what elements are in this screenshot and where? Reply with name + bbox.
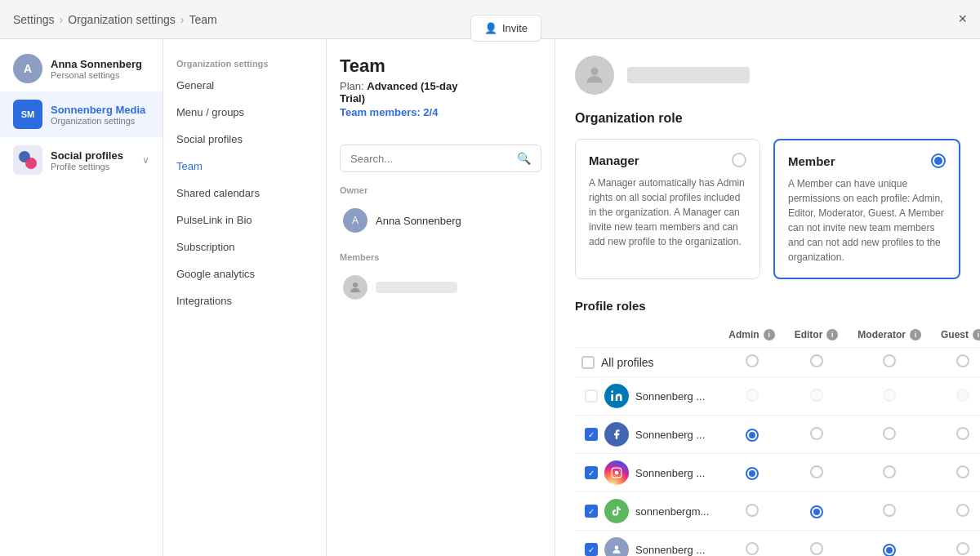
account-item-sonnenberg[interactable]: SM Sonnenberg Media Organization setting… <box>0 91 163 137</box>
p4-moderator-radio[interactable] <box>883 504 896 517</box>
team-plan: Plan: Advanced (15-day Trial) <box>340 80 470 105</box>
p4-guest-radio[interactable] <box>956 504 969 517</box>
breadcrumb-sep-2: › <box>180 13 185 26</box>
members-max: 4 <box>432 106 438 118</box>
team-title: Team <box>340 56 470 77</box>
p3-guest-radio[interactable] <box>956 465 969 478</box>
account-item-anna[interactable]: A Anna Sonnenberg Personal settings <box>0 46 163 91</box>
search-icon: 🔍 <box>517 152 531 165</box>
role-cards: Manager A Manager automatically has Admi… <box>575 139 960 279</box>
close-button[interactable]: × <box>958 11 967 28</box>
p3-admin-radio[interactable] <box>746 467 759 480</box>
p1-editor-radio <box>810 389 823 402</box>
p5-moderator-radio[interactable] <box>883 544 896 557</box>
search-input[interactable] <box>350 153 510 165</box>
svg-point-6 <box>619 469 620 470</box>
svg-point-3 <box>590 68 598 75</box>
profile-row-3-checkbox[interactable]: ✓ <box>585 466 598 479</box>
role-manager-desc: A Manager automatically has Admin rights… <box>589 176 746 249</box>
guest-info-icon[interactable]: i <box>973 329 980 340</box>
all-profiles-editor-radio[interactable] <box>810 354 823 367</box>
breadcrumb-org[interactable]: Organization settings <box>68 13 176 26</box>
accounts-sidebar: A Anna Sonnenberg Personal settings SM S… <box>0 39 163 556</box>
all-profiles-admin-radio[interactable] <box>746 354 759 367</box>
col-header-editor: Editor i <box>785 322 849 348</box>
p1-admin-radio <box>746 389 759 402</box>
role-radio-manager[interactable] <box>732 153 746 167</box>
sidebar-item-general[interactable]: General <box>163 72 326 99</box>
profile-avatar-5 <box>604 537 629 556</box>
p2-moderator-radio[interactable] <box>883 427 896 440</box>
profile-avatar-3 <box>604 460 629 485</box>
owner-label: Owner <box>340 185 541 195</box>
breadcrumb-team[interactable]: Team <box>189 13 216 26</box>
breadcrumb-settings[interactable]: Settings <box>13 13 55 26</box>
moderator-info-icon[interactable]: i <box>910 329 921 340</box>
avatar-anna: A <box>13 54 42 83</box>
chevron-down-icon: ∨ <box>142 154 149 166</box>
profile-roles-table: Admin i Editor i Moderator i <box>575 322 980 556</box>
avatar-social <box>13 145 42 175</box>
role-card-member[interactable]: Member A Member can have unique permissi… <box>773 139 960 279</box>
editor-info-icon[interactable]: i <box>826 329 838 340</box>
owner-row: A Anna Sonnenberg <box>340 202 541 239</box>
sidebar-item-social-profiles[interactable]: Social profiles <box>163 126 326 153</box>
svg-point-1 <box>25 158 37 169</box>
p4-admin-radio[interactable] <box>746 504 759 517</box>
account-item-social[interactable]: Social profiles Profile settings ∨ <box>0 137 163 183</box>
p2-guest-radio[interactable] <box>956 427 969 440</box>
profile-row-5-checkbox[interactable]: ✓ <box>585 543 598 556</box>
admin-info-icon[interactable]: i <box>764 329 775 340</box>
p5-guest-radio[interactable] <box>956 542 969 555</box>
table-row: ✓ Sonnenberg ... <box>575 531 980 557</box>
all-profiles-checkbox[interactable] <box>581 356 595 369</box>
main-layout: A Anna Sonnenberg Personal settings SM S… <box>0 39 980 556</box>
member-name-placeholder-1 <box>376 282 457 293</box>
sidebar-item-google-analytics[interactable]: Google analytics <box>163 260 326 287</box>
role-member-title: Member <box>788 154 835 168</box>
p5-editor-radio[interactable] <box>810 542 823 555</box>
p2-admin-radio[interactable] <box>746 429 759 442</box>
profile-row-4-checkbox[interactable]: ✓ <box>585 505 598 518</box>
avatar-sonnenberg: SM <box>13 100 42 129</box>
invite-button[interactable]: 👤 Invite <box>470 15 541 42</box>
profile-avatar-4 <box>604 499 629 523</box>
profile-row-3-name: Sonnenberg ... <box>604 460 705 485</box>
col-header-guest: Guest i <box>931 322 980 348</box>
breadcrumb-sep-1: › <box>60 13 64 26</box>
p2-editor-radio[interactable] <box>810 427 823 440</box>
table-row: ✓ Sonnenberg ... <box>575 416 980 454</box>
member-row-1[interactable] <box>340 269 541 306</box>
sidebar-item-pulselink[interactable]: PulseLink in Bio <box>163 207 326 234</box>
account-name-social: Social profiles <box>51 149 134 162</box>
p3-editor-radio[interactable] <box>810 465 823 478</box>
all-profiles-moderator-radio[interactable] <box>883 354 896 367</box>
p5-admin-radio[interactable] <box>746 542 759 555</box>
svg-point-2 <box>353 282 358 287</box>
sidebar-item-integrations[interactable]: Integrations <box>163 287 326 314</box>
nav-section-title: Organization settings <box>163 52 326 72</box>
table-row: ✓ sonnenbergm... <box>575 492 980 531</box>
members-label-section: Members <box>340 252 541 262</box>
p4-editor-radio[interactable] <box>810 505 823 518</box>
members-current: 2 <box>423 106 429 118</box>
sidebar-item-menu-groups[interactable]: Menu / groups <box>163 99 326 126</box>
members-label: Team members: <box>340 106 423 118</box>
nav-sidebar: Organization settings General Menu / gro… <box>163 39 327 556</box>
sidebar-item-team[interactable]: Team <box>163 153 326 180</box>
sidebar-item-subscription[interactable]: Subscription <box>163 234 326 260</box>
sidebar-item-shared-calendars[interactable]: Shared calendars <box>163 180 326 207</box>
all-profiles-guest-radio[interactable] <box>956 354 969 367</box>
table-row: ✓ Sonnenberg ... <box>575 454 980 492</box>
team-section: Team Plan: Advanced (15-day Trial) Team … <box>327 39 555 556</box>
profile-row-5-name: Sonnenberg ... <box>604 537 705 556</box>
role-radio-member[interactable] <box>931 153 946 168</box>
profile-row-1-checkbox[interactable] <box>585 389 598 403</box>
team-header: Team Plan: Advanced (15-day Trial) Team … <box>340 56 541 131</box>
profile-row-2-checkbox[interactable]: ✓ <box>585 428 598 441</box>
p1-moderator-radio <box>883 389 896 402</box>
col-header-moderator: Moderator i <box>848 322 931 348</box>
role-card-manager[interactable]: Manager A Manager automatically has Admi… <box>575 139 760 279</box>
p3-moderator-radio[interactable] <box>883 465 896 478</box>
team-plan-prefix: Plan: <box>340 80 367 92</box>
